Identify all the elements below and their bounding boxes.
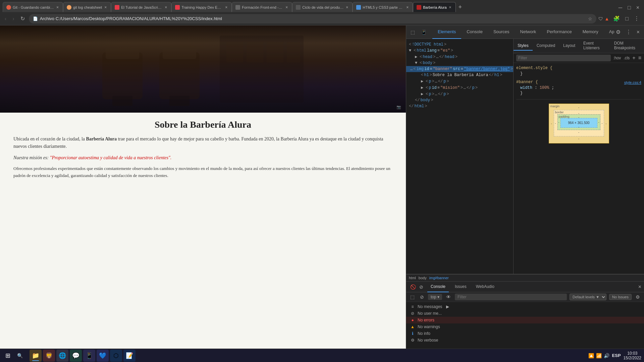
taskbar-sound-icon[interactable]: 🔊 (604, 353, 609, 358)
hov-pseudo-button[interactable]: :hov (613, 56, 621, 60)
time-display: 10:03 (624, 351, 641, 356)
taskbar-vscode[interactable]: ⬡ (110, 350, 122, 362)
html-tree[interactable]: <!DOCTYPE html> ▼ <html lang="es" > ▶ <h… (406, 39, 513, 274)
messages-arrow[interactable]: ▶ (446, 304, 449, 309)
devtools-tab-network[interactable]: Network (515, 25, 542, 39)
devtools-menu-button[interactable]: ⋮ (624, 28, 633, 36)
style-source-banner[interactable]: style.css:4 (624, 80, 641, 84)
console-clear-button[interactable]: 🚫 (409, 284, 417, 290)
tree-head[interactable]: ▶ <head> … </head> (406, 54, 513, 60)
style-block-banner: width : 100% ; } (516, 85, 641, 96)
restore-button[interactable]: □ (626, 3, 633, 12)
start-button[interactable]: ⊞ (3, 351, 13, 361)
breadcrumb-html[interactable]: html (409, 276, 416, 280)
elements-panel: <!DOCTYPE html> ▼ <html lang="es" > ▶ <h… (406, 39, 644, 274)
taskbar-app1[interactable]: 📱 (83, 350, 95, 362)
tree-p2[interactable]: ▶ <p> … </p> (406, 91, 513, 97)
breadcrumb-img[interactable]: img#banner (429, 276, 449, 280)
tree-p-mision[interactable]: ▶ <p id="mision" > … </p> (406, 84, 513, 91)
taskbar-network-icon[interactable]: 🔼 (588, 353, 594, 358)
devtools-tab-console[interactable]: Console (461, 25, 488, 39)
tree-p1[interactable]: ▶ <p> … </p> (406, 78, 513, 84)
breadcrumb-body[interactable]: body (419, 276, 427, 280)
tab-gitlog[interactable]: git log cheatsheet × (63, 2, 111, 12)
tab-training[interactable]: Training Happy Dev Estructura... × (171, 2, 232, 12)
back-button[interactable]: ‹ (3, 14, 8, 23)
tab-js[interactable]: El Tutorial de JavaScript Moder... × (111, 2, 171, 12)
devtools-device-button[interactable]: 📱 (419, 28, 428, 36)
close-tab-git[interactable]: × (56, 5, 59, 10)
console-level-select[interactable]: Default levels ▼ (570, 294, 606, 300)
console-icon-btn1[interactable]: ⬚ (409, 294, 416, 300)
tree-html[interactable]: ▼ <html lang="es" > (406, 48, 513, 54)
styles-filter-input[interactable] (516, 55, 611, 61)
close-tab-formacion[interactable]: × (285, 5, 288, 10)
console-top-selector[interactable]: top ▾ (428, 294, 442, 300)
more-styles-button[interactable]: ≡ (638, 55, 641, 61)
devtools-tab-memory[interactable]: Memory (577, 25, 604, 39)
devtools-close-button[interactable]: × (635, 28, 641, 36)
console-tab-console[interactable]: Console (427, 282, 449, 292)
devtools-tab-application[interactable]: Application (604, 25, 614, 39)
tab-event-listeners[interactable]: Event Listeners (579, 39, 610, 53)
new-tab-button[interactable]: + (456, 2, 465, 12)
svg-rect-0 (102, 52, 143, 99)
tree-body[interactable]: ▼ <body> (406, 60, 513, 66)
console-eye-button[interactable]: 👁 (445, 294, 452, 300)
console-filter-bar: ⬚ ⊘ top ▾ 👁 Default levels ▼ No Issues ⚙ (406, 292, 644, 302)
cls-button[interactable]: .cls (624, 56, 630, 60)
taskbar-word[interactable]: 📝 (123, 350, 136, 362)
devtools-tab-elements[interactable]: Elements (432, 25, 461, 39)
console-stop-button[interactable]: ⊘ (418, 284, 425, 290)
taskbar-chrome[interactable]: 🌐 (56, 350, 68, 362)
close-tab-js[interactable]: × (164, 5, 168, 10)
close-tab-ciclo[interactable]: × (345, 5, 349, 10)
no-issues-button[interactable]: No Issues (609, 294, 632, 300)
console-settings-button[interactable]: ⚙ (634, 294, 641, 300)
tab-formacion[interactable]: Formación Front-end - ONE | A... × (232, 2, 292, 12)
user-button[interactable]: □ (623, 14, 631, 23)
tab-dom-breakpoints[interactable]: DOM Breakpoints (610, 39, 644, 53)
taskbar-wifi-icon[interactable]: 📶 (596, 353, 602, 358)
search-taskbar-button[interactable]: 🔍 (14, 352, 25, 360)
close-tab-html5[interactable]: × (406, 5, 409, 10)
devtools-tab-performance[interactable]: Performance (541, 25, 577, 39)
tab-styles[interactable]: Styles (514, 41, 533, 51)
console-tab-issues[interactable]: Issues (451, 282, 470, 292)
tab-git[interactable]: Git - Guardando cambios en el... × (3, 2, 63, 12)
svg-rect-4 (163, 46, 196, 59)
devtools-settings-button[interactable]: ⚙ (614, 28, 622, 36)
console-close-button[interactable]: × (638, 284, 641, 290)
taskbar-time[interactable]: 10:03 15/2/2022 (624, 351, 641, 360)
bookmark-icon[interactable]: ☆ (588, 16, 592, 21)
add-style-button[interactable]: + (632, 55, 635, 61)
tab-layout[interactable]: Layout (559, 41, 579, 51)
menu-button[interactable]: ⋮ (632, 14, 641, 23)
console-icon-btn2[interactable]: ⊘ (419, 294, 425, 300)
minimize-button[interactable]: ─ (616, 3, 624, 12)
styles-panel: Styles Computed Layout Event Listeners D… (513, 39, 644, 274)
console-tab-webaudio[interactable]: WebAudio (473, 282, 498, 292)
taskbar-discord[interactable]: 💙 (97, 350, 109, 362)
tab-computed[interactable]: Computed (533, 41, 559, 51)
address-input-wrap[interactable]: 📄 Archivo C:/Users/Marcos/Desktop/PROGRA… (29, 14, 597, 23)
tab-html5[interactable]: HTML5 y CSS3 parte 1: Mi pri... × (353, 2, 413, 12)
taskbar-whatsapp[interactable]: 💬 (70, 350, 82, 362)
devtools-tab-sources[interactable]: Sources (488, 25, 515, 39)
extensions-button[interactable]: 🧩 (611, 14, 622, 23)
style-block-element: } (516, 71, 641, 76)
console-filter-input[interactable] (455, 294, 567, 300)
close-browser-button[interactable]: × (634, 3, 641, 12)
taskbar-explorer[interactable]: 📁 (30, 350, 42, 362)
tree-h1[interactable]: <h1> Sobre la Barbería Alura </h1> (406, 72, 513, 78)
close-tab-training[interactable]: × (224, 5, 228, 10)
close-tab-gitlog[interactable]: × (104, 5, 107, 10)
devtools-inspect-button[interactable]: ⬚ (409, 28, 417, 36)
tab-barberia[interactable]: Barbería Alura × (413, 2, 455, 12)
close-tab-barberia[interactable]: × (448, 5, 452, 10)
forward-button[interactable]: › (10, 14, 16, 23)
tree-img-banner[interactable]: … <img id="banner" src="banner/banner.jp… (406, 66, 513, 72)
taskbar-brave[interactable]: 🦁 (43, 350, 55, 362)
tab-ciclo[interactable]: Ciclo de vida del producto: Pro... × (292, 2, 353, 12)
reload-button[interactable]: ↻ (18, 14, 27, 23)
